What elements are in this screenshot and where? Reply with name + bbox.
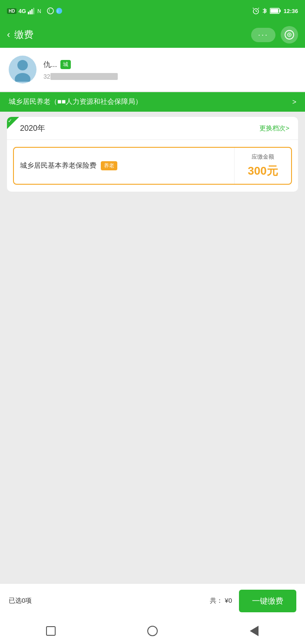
back-icon (250, 626, 259, 636)
status-bar: HD 4G N ! i (0, 0, 305, 22)
insurance-type-badge: 养老 (101, 161, 117, 170)
battery-icon (270, 8, 281, 14)
camera-icon (285, 30, 294, 40)
svg-rect-1 (30, 10, 31, 14)
amount-label: 应缴金额 (252, 153, 274, 161)
total-info: 共： ¥0 (210, 597, 232, 605)
signal-bars-icon (28, 7, 36, 14)
svg-line-13 (258, 8, 259, 9)
svg-rect-16 (279, 10, 281, 12)
insurance-left: 城乡居民基本养老保险费 养老 (14, 148, 235, 184)
recent-apps-button[interactable] (42, 622, 60, 640)
profile-card: 仇... 城 32 (0, 48, 305, 91)
alarm-icon (252, 7, 259, 14)
bottom-bar: 已选0项 共： ¥0 一键缴费 (0, 583, 305, 618)
green-banner-text: 城乡居民养老（■■人力资源和社会保障局） (9, 97, 142, 106)
nav-left: ‹ 缴费 (7, 28, 33, 41)
profile-id: 32 (43, 73, 296, 80)
svg-rect-2 (31, 9, 33, 14)
home-icon (147, 626, 158, 636)
svg-point-21 (15, 73, 30, 82)
profile-info: 仇... 城 32 (43, 60, 296, 80)
total-amount: ¥0 (225, 597, 232, 604)
avatar-icon (12, 57, 33, 82)
year-text: 2020年 (20, 123, 45, 133)
svg-rect-0 (28, 12, 29, 14)
profile-city-tag: 城 (60, 60, 71, 69)
main-content: 仇... 城 32 城乡居民养老（■■人力资源和社会保障局） > ✓ 2020年… (0, 48, 305, 583)
hd-badge: HD (7, 8, 17, 14)
svg-point-19 (289, 34, 290, 36)
svg-text:!: ! (49, 9, 50, 13)
green-banner-arrow-icon: > (292, 98, 296, 106)
camera-button[interactable] (281, 26, 298, 43)
insurance-item[interactable]: 城乡居民基本养老保险费 养老 应缴金额 300元 (13, 147, 292, 185)
status-left: HD 4G N ! i (7, 7, 63, 14)
green-banner[interactable]: 城乡居民养老（■■人力资源和社会保障局） > (0, 92, 305, 112)
total-label: 共： (210, 597, 223, 604)
nav-right: ··· (251, 26, 298, 43)
home-button[interactable] (144, 622, 161, 640)
svg-rect-3 (33, 8, 34, 14)
svg-rect-15 (270, 9, 278, 13)
nfc-icon: N (37, 7, 45, 14)
blue-icon: i (56, 7, 63, 14)
svg-text:N: N (37, 8, 41, 14)
profile-name-row: 仇... 城 (43, 60, 296, 70)
time-text: 12:36 (284, 8, 298, 14)
profile-name: 仇... (43, 60, 57, 70)
svg-point-20 (17, 60, 28, 70)
more-options-button[interactable]: ··· (251, 28, 275, 42)
checkmark-icon: ✓ (8, 118, 12, 124)
section-card: ✓ 2020年 更换档次> 城乡居民基本养老保险费 养老 应缴金额 300元 (7, 117, 298, 192)
change-level-button[interactable]: 更换档次> (259, 124, 289, 133)
system-nav-bar (0, 618, 305, 644)
back-sys-button[interactable] (245, 622, 263, 640)
year-row: ✓ 2020年 更换档次> (7, 117, 298, 140)
notification-icon: ! (47, 7, 54, 14)
insurance-right: 应缴金额 300元 (235, 148, 291, 184)
selected-info: 已选0项 (9, 597, 210, 605)
insurance-name: 城乡居民基本养老保险费 (20, 161, 96, 170)
signal-text: 4G (18, 8, 26, 14)
page-title: 缴费 (14, 28, 33, 41)
back-button[interactable]: ‹ (7, 29, 10, 40)
nav-bar: ‹ 缴费 ··· (0, 22, 305, 48)
svg-text:i: i (57, 9, 58, 13)
bluetooth-icon (262, 7, 267, 14)
pay-button[interactable]: 一键缴费 (239, 590, 296, 612)
svg-line-12 (253, 8, 254, 9)
id-prefix: 32 (43, 73, 50, 80)
amount-value: 300元 (248, 163, 278, 179)
recent-apps-icon (46, 626, 56, 636)
status-right: 12:36 (252, 7, 298, 14)
avatar (9, 56, 36, 83)
id-blur (50, 73, 118, 80)
